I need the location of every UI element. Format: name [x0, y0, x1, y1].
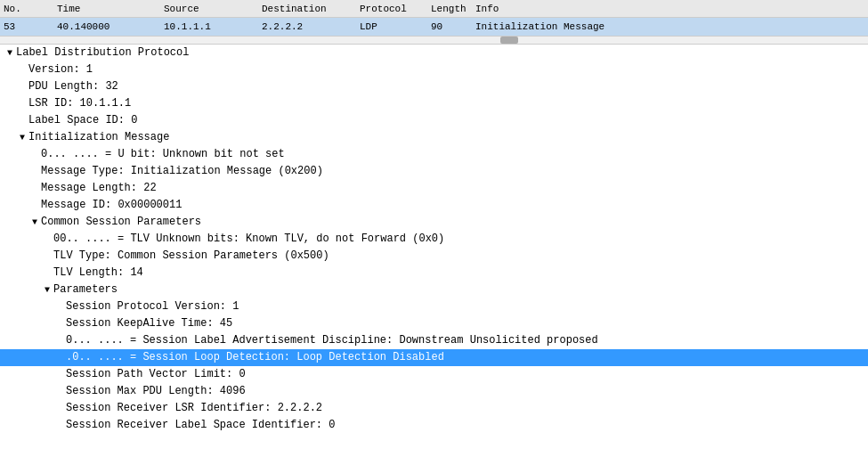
- tree-row[interactable]: Message ID: 0x00000011: [0, 197, 868, 214]
- tree-row[interactable]: TLV Type: Common Session Parameters (0x5…: [0, 248, 868, 265]
- tree-row[interactable]: ▼Common Session Parameters: [0, 214, 868, 231]
- tree-row[interactable]: LSR ID: 10.1.1.1: [0, 95, 868, 112]
- tree-item-label: Session KeepAlive Time: 45: [66, 316, 232, 331]
- tree-row[interactable]: Label Space ID: 0: [0, 112, 868, 129]
- col-time-header: Time: [57, 4, 164, 14]
- tree-item-label: Session Protocol Version: 1: [66, 299, 239, 314]
- tree-row[interactable]: Message Length: 22: [0, 180, 868, 197]
- tree-item-label: TLV Length: 14: [53, 265, 143, 281]
- tree-row[interactable]: Message Type: Initialization Message (0x…: [0, 163, 868, 180]
- packet-proto: LDP: [360, 21, 431, 32]
- collapse-toggle[interactable]: ▼: [4, 45, 16, 61]
- tree-row[interactable]: PDU Length: 32: [0, 78, 868, 95]
- tree-item-label: Initialization Message: [28, 130, 169, 145]
- tree-row[interactable]: Session Protocol Version: 1: [0, 298, 868, 315]
- tree-row[interactable]: Session Receiver Label Space Identifier:…: [0, 417, 868, 434]
- tree-row[interactable]: ▼Initialization Message: [0, 129, 868, 146]
- tree-container: ▼Label Distribution ProtocolVersion: 1PD…: [0, 45, 868, 449]
- tree-item-label: Message Length: 22: [41, 181, 157, 196]
- tree-item-label: .0.. .... = Session Loop Detection: Loop…: [66, 350, 444, 365]
- collapse-toggle[interactable]: ▼: [41, 282, 53, 298]
- packet-row[interactable]: 53 40.140000 10.1.1.1 2.2.2.2 LDP 90 Ini…: [0, 18, 868, 36]
- packet-src: 10.1.1.1: [164, 21, 262, 32]
- tree-row[interactable]: Session Path Vector Limit: 0: [0, 366, 868, 383]
- tree-item-label: Parameters: [53, 282, 118, 298]
- col-no-header: No.: [4, 4, 57, 14]
- tree-row[interactable]: 0... .... = U bit: Unknown bit not set: [0, 146, 868, 163]
- tree-item-label: Session Receiver LSR Identifier: 2.2.2.2: [66, 401, 322, 416]
- packet-len: 90: [431, 21, 475, 32]
- tree-item-label: 0... .... = U bit: Unknown bit not set: [41, 147, 285, 162]
- tree-row[interactable]: Version: 1: [0, 61, 868, 78]
- tree-item-label: Label Distribution Protocol: [16, 45, 189, 61]
- tree-row[interactable]: Session Max PDU Length: 4096: [0, 383, 868, 400]
- tree-row[interactable]: 0... .... = Session Label Advertisement …: [0, 332, 868, 349]
- tree-item-label: Message Type: Initialization Message (0x…: [41, 164, 323, 179]
- collapse-toggle[interactable]: ▼: [28, 215, 41, 230]
- tree-row[interactable]: Session KeepAlive Time: 45: [0, 315, 868, 332]
- tree-item-label: Version: 1: [28, 62, 93, 78]
- tree-row[interactable]: 00.. .... = TLV Unknown bits: Known TLV,…: [0, 231, 868, 248]
- packet-info: Initialization Message: [475, 21, 864, 32]
- col-proto-header: Protocol: [360, 4, 431, 14]
- scrollbar-row[interactable]: [0, 36, 868, 45]
- tree-item-label: TLV Type: Common Session Parameters (0x5…: [53, 249, 329, 264]
- col-dst-header: Destination: [262, 4, 360, 14]
- tree-item-label: PDU Length: 32: [28, 79, 118, 94]
- tree-item-label: Message ID: 0x00000011: [41, 198, 182, 213]
- tree-item-label: 00.. .... = TLV Unknown bits: Known TLV,…: [53, 232, 444, 247]
- tree-item-label: Session Path Vector Limit: 0: [66, 367, 246, 382]
- col-len-header: Length: [431, 4, 475, 14]
- tree-item-label: LSR ID: 10.1.1.1: [28, 96, 131, 111]
- tree-row[interactable]: ▼Parameters: [0, 282, 868, 298]
- tree-row[interactable]: TLV Length: 14: [0, 265, 868, 282]
- header-row: No. Time Source Destination Protocol Len…: [0, 0, 868, 18]
- tree-row[interactable]: ▼Label Distribution Protocol: [0, 45, 868, 61]
- tree-item-label: Session Max PDU Length: 4096: [66, 384, 246, 399]
- tree-row[interactable]: .0.. .... = Session Loop Detection: Loop…: [0, 349, 868, 366]
- col-src-header: Source: [164, 4, 262, 14]
- tree-item-label: Label Space ID: 0: [28, 113, 137, 128]
- tree-item-label: 0... .... = Session Label Advertisement …: [66, 333, 598, 348]
- tree-row[interactable]: Session Receiver LSR Identifier: 2.2.2.2: [0, 400, 868, 417]
- tree-item-label: Common Session Parameters: [41, 215, 201, 230]
- packet-dst: 2.2.2.2: [262, 21, 360, 32]
- packet-no: 53: [4, 21, 57, 32]
- packet-time: 40.140000: [57, 21, 164, 32]
- tree-item-label: Session Receiver Label Space Identifier:…: [66, 418, 335, 433]
- scrollbar-thumb[interactable]: [500, 37, 518, 44]
- col-info-header: Info: [475, 4, 864, 14]
- collapse-toggle[interactable]: ▼: [16, 130, 28, 145]
